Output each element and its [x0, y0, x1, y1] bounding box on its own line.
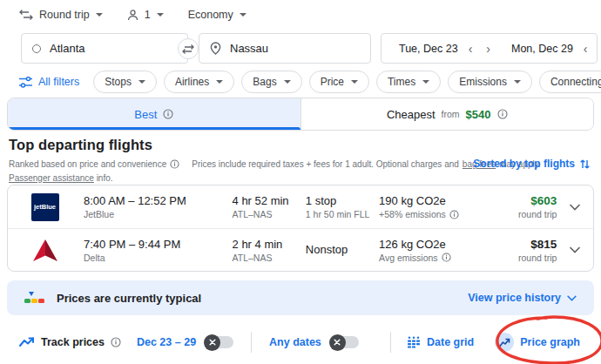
filter-chip-connecting-airports[interactable]: Connecting airports [539, 71, 601, 93]
date-range-field: Tue, Dec 23 ‹ › Mon, Dec 29 ‹ › [381, 33, 598, 64]
results-subtext-line2: Passenger assistance info. [9, 173, 592, 183]
chip-label: Times [388, 76, 415, 88]
track-date-range-control: Dec 23 – 29 [137, 336, 233, 348]
sort-button[interactable]: Sorted by top flights [473, 158, 591, 170]
results-header: Top departing flights Ranked based on pr… [9, 137, 592, 183]
tab-cheapest[interactable]: Cheapest from $540 [300, 98, 594, 130]
cheapest-tab-label: Cheapest [387, 108, 436, 121]
passenger-assistance-link[interactable]: Passenger assistance [9, 173, 94, 183]
expand-flight-button[interactable] [557, 204, 593, 211]
filter-chip-emissions[interactable]: Emissions [448, 71, 532, 93]
best-tab-label: Best [134, 108, 157, 121]
info-icon[interactable] [170, 159, 179, 169]
origin-circle-icon [32, 44, 41, 53]
departure-date-prev-button[interactable]: ‹ [465, 43, 476, 55]
filter-chip-times[interactable]: Times [376, 71, 441, 93]
price-note: round trip [518, 209, 557, 219]
view-price-history-button[interactable]: View price history [468, 292, 577, 304]
airline-name: JetBlue [84, 209, 233, 219]
toggle-thumb-x-icon [204, 334, 220, 351]
filter-chip-bags[interactable]: Bags [241, 71, 301, 93]
price-column: $815 round trip [483, 238, 557, 263]
origin-field[interactable]: Atlanta [21, 33, 188, 64]
filter-chip-price[interactable]: Price [309, 71, 369, 93]
chevron-down-icon [570, 246, 580, 253]
chip-label: Bags [253, 76, 276, 88]
caret-down-icon [422, 80, 429, 84]
toggle-thumb-x-icon [329, 334, 346, 351]
info-icon[interactable] [111, 337, 121, 347]
filter-chip-airlines[interactable]: Airlines [164, 71, 234, 93]
price-graph-label: Price graph [520, 336, 580, 348]
expand-flight-button[interactable] [557, 246, 593, 253]
duration-column: 2 hr 4 min ATL–NAS [233, 238, 306, 263]
date-range-chip-label[interactable]: Dec 23 – 29 [137, 336, 196, 348]
flight-duration: 4 hr 52 min [233, 194, 306, 207]
price-banner-message: Prices are currently typical [57, 292, 201, 305]
any-dates-chip-label[interactable]: Any dates [269, 336, 321, 348]
caret-down-icon [240, 13, 246, 17]
cheapest-from-label: from [442, 109, 460, 119]
passenger-selector[interactable]: 1 [127, 9, 164, 21]
date-range-toggle[interactable] [206, 336, 233, 348]
filter-chip-stops[interactable]: Stops [93, 71, 157, 93]
cabin-class-label: Economy [188, 9, 233, 21]
passenger-count-label: 1 [145, 9, 151, 21]
chip-label: Stops [105, 76, 132, 88]
trip-options-bar: Round trip 1 Economy [19, 9, 246, 21]
flight-row-delta[interactable]: 7:40 PM – 9:44 PM Delta 2 hr 4 min ATL–N… [8, 228, 593, 271]
departure-date-value[interactable]: Tue, Dec 23 [399, 43, 458, 55]
tab-best[interactable]: Best [8, 98, 300, 130]
emissions-detail-text: Avg emissions [379, 253, 438, 263]
caret-down-icon [157, 13, 164, 17]
chip-label: Connecting airports [550, 76, 601, 88]
date-grid-icon [407, 336, 421, 349]
return-date-prev-button[interactable]: ‹ [580, 43, 591, 55]
view-price-history-label: View price history [468, 292, 561, 304]
chevron-down-icon [570, 204, 580, 211]
all-filters-button[interactable]: All filters [19, 76, 79, 88]
google-flights-results-page: Round trip 1 Economy Atlanta Nassau Tue,… [0, 0, 601, 364]
results-tabs: Best Cheapest from $540 [7, 98, 594, 131]
cabin-class-selector[interactable]: Economy [188, 9, 246, 21]
price-graph-icon [495, 333, 514, 352]
flight-stops: 1 stop [306, 194, 379, 207]
chip-label: Emissions [459, 76, 507, 88]
flight-row-jetblue[interactable]: jetBlue 8:00 AM – 12:52 PM JetBlue 4 hr … [8, 185, 593, 228]
jetblue-logo-text: jetBlue [34, 203, 56, 211]
destination-field[interactable]: Nassau [199, 33, 371, 64]
date-grid-label: Date grid [427, 336, 474, 348]
ranked-text: Ranked based on price and convenience [9, 159, 166, 169]
price-column: $603 round trip [483, 194, 557, 219]
best-tab-active-indicator [8, 127, 300, 130]
trip-type-selector[interactable]: Round trip [19, 9, 103, 21]
flight-emissions: 126 kg CO2e [379, 238, 483, 251]
return-date-value[interactable]: Mon, Dec 29 [511, 43, 573, 55]
any-dates-toggle[interactable] [331, 336, 359, 348]
swap-origin-destination-button[interactable] [178, 38, 199, 59]
info-icon[interactable] [442, 253, 451, 262]
filter-bar: All filters Stops Airlines Bags Price Ti… [19, 71, 601, 93]
flight-price: $603 [530, 194, 557, 207]
info-text: info. [97, 173, 113, 183]
round-trip-icon [19, 10, 33, 20]
tune-icon [19, 77, 32, 88]
price-graph-button[interactable]: Price graph [495, 333, 580, 352]
airline-name: Delta [84, 253, 233, 263]
trip-type-label: Round trip [39, 9, 90, 21]
info-icon[interactable] [449, 210, 459, 219]
emissions-detail-text: +58% emissions [379, 209, 446, 219]
track-any-dates-control: Any dates [269, 336, 359, 348]
chip-label: Price [321, 76, 344, 88]
flight-stops: Nonstop [306, 243, 379, 256]
date-grid-button[interactable]: Date grid [407, 336, 474, 349]
place-pin-icon [210, 42, 221, 55]
return-date-next-button[interactable]: › [598, 43, 601, 55]
flight-times: 8:00 AM – 12:52 PM [84, 194, 233, 207]
price-insights-banner: Prices are currently typical View price … [7, 280, 594, 315]
track-prices-control: Track prices [19, 336, 121, 348]
price-note: round trip [518, 253, 557, 263]
emissions-detail: Avg emissions [379, 253, 483, 263]
flight-emissions: 190 kg CO2e [379, 194, 483, 207]
departure-date-next-button[interactable]: › [483, 43, 494, 55]
